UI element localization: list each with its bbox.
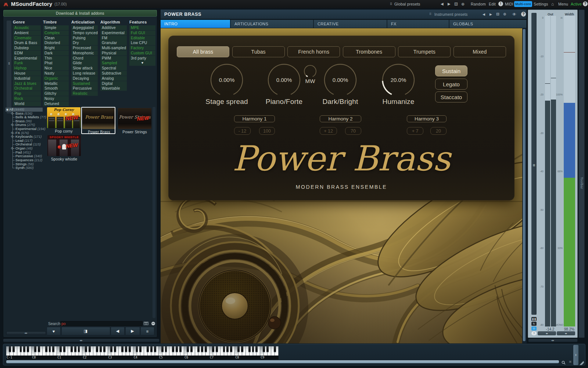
main-vertical-scrollbar[interactable] bbox=[522, 28, 527, 343]
knob-mw[interactable] bbox=[303, 64, 318, 79]
black-key[interactable] bbox=[71, 346, 73, 352]
filter-item[interactable]: Simple bbox=[43, 25, 69, 30]
multicore-button[interactable]: Multi-core bbox=[514, 1, 532, 7]
tree-expand-icon[interactable]: ◇ bbox=[11, 112, 13, 116]
filter-item[interactable]: Pulsing bbox=[71, 36, 98, 40]
filter-item[interactable]: Jazz & blues bbox=[13, 81, 41, 86]
filter-item[interactable]: MPE bbox=[129, 25, 155, 30]
filter-item[interactable]: Drum & Bass bbox=[13, 40, 41, 45]
filter-item[interactable]: Monophonic bbox=[71, 51, 98, 55]
filter-item[interactable]: Slow attack bbox=[71, 66, 98, 71]
black-key[interactable] bbox=[274, 346, 276, 352]
filter-item[interactable]: Pop bbox=[13, 91, 41, 96]
filter-item[interactable]: Nice bbox=[43, 66, 69, 71]
black-key[interactable] bbox=[100, 346, 102, 352]
filter-item[interactable]: Custom GUI bbox=[129, 51, 155, 55]
filter-item[interactable]: Complex bbox=[43, 30, 69, 35]
global-presets-button[interactable]: Global presets bbox=[394, 0, 420, 8]
filter-item[interactable]: Dry bbox=[71, 40, 98, 45]
black-key[interactable] bbox=[230, 346, 232, 352]
instrument-presets-button[interactable]: Instrument presets bbox=[434, 10, 468, 19]
black-key[interactable] bbox=[78, 346, 80, 352]
filter-item[interactable]: Arpeggiated bbox=[71, 25, 98, 30]
black-key[interactable] bbox=[237, 346, 240, 352]
filter-item[interactable]: Funk bbox=[13, 61, 41, 65]
inst-help-icon[interactable]: ? bbox=[521, 12, 526, 17]
section-button-trombones[interactable]: Trombones bbox=[343, 46, 395, 57]
black-key[interactable] bbox=[12, 346, 15, 352]
filter-item[interactable]: Realistic bbox=[71, 91, 98, 96]
inst-next-icon[interactable]: ▶ bbox=[490, 10, 492, 19]
keyboard-zoom-icon[interactable] bbox=[562, 361, 566, 365]
filter-item[interactable]: Physical bbox=[100, 51, 127, 55]
black-key[interactable] bbox=[52, 346, 54, 352]
section-button-all-brass[interactable]: All brass bbox=[177, 46, 229, 57]
black-key[interactable] bbox=[129, 346, 131, 352]
filter-item[interactable]: Digital bbox=[100, 81, 127, 86]
knob-stage-spread[interactable]: 0.00% bbox=[209, 63, 244, 97]
black-key[interactable] bbox=[165, 346, 167, 352]
black-key[interactable] bbox=[147, 346, 149, 352]
onscreen-keyboard-icon[interactable] bbox=[144, 322, 148, 325]
filter-scrollbar[interactable]: ⇕ bbox=[7, 21, 11, 113]
tree-item[interactable]: Orchestral (115) bbox=[6, 142, 47, 147]
black-key[interactable] bbox=[226, 346, 229, 352]
search-input[interactable] bbox=[60, 321, 143, 326]
previous-preset-button[interactable]: ◀ bbox=[111, 327, 125, 335]
black-key[interactable] bbox=[38, 346, 40, 352]
filter-item[interactable]: Additive bbox=[100, 25, 127, 30]
filter-item[interactable]: Distorted bbox=[43, 40, 69, 45]
filter-item[interactable]: FM bbox=[100, 36, 127, 40]
filter-item[interactable]: Dubstep bbox=[13, 46, 41, 50]
filter-item[interactable]: Percussive bbox=[71, 86, 98, 91]
black-key[interactable] bbox=[121, 346, 123, 352]
filter-item[interactable]: Organic bbox=[43, 76, 69, 81]
tree-item[interactable]: Experimental (194) bbox=[6, 127, 47, 131]
piano-keyboard[interactable] bbox=[6, 346, 279, 356]
section-button-mixed[interactable]: Mixed bbox=[453, 46, 506, 57]
preset-grid-scrollbar[interactable] bbox=[153, 107, 155, 318]
black-key[interactable] bbox=[216, 346, 218, 352]
midi-button[interactable]: MIDI bbox=[505, 0, 513, 8]
tree-expand-icon[interactable]: ◇ bbox=[11, 147, 13, 151]
black-key[interactable] bbox=[255, 346, 258, 352]
filter-item[interactable]: Hiphop bbox=[13, 66, 41, 71]
section-button-trumpets[interactable]: Trumpets bbox=[398, 46, 451, 57]
filter-item[interactable]: Nasty bbox=[43, 71, 69, 76]
black-key[interactable] bbox=[114, 346, 116, 352]
tree-item[interactable]: Bells & Mallets (77) bbox=[6, 115, 47, 119]
black-key[interactable] bbox=[63, 346, 65, 352]
tab-articulations[interactable]: ARTICULATIONS bbox=[231, 20, 313, 28]
harmony-amount-value[interactable]: 70 bbox=[345, 127, 361, 135]
black-key[interactable] bbox=[103, 346, 105, 352]
download-install-addons-button[interactable]: Download & Install addons bbox=[3, 10, 157, 17]
help-icon[interactable]: ? bbox=[583, 1, 588, 7]
keyboard-scrollbar[interactable] bbox=[6, 360, 559, 363]
black-key[interactable] bbox=[23, 346, 25, 352]
out-meter-handle[interactable]: ◂▸ bbox=[538, 331, 556, 335]
harmony-interval-value[interactable]: - 12 bbox=[234, 127, 251, 135]
black-key[interactable] bbox=[34, 346, 36, 352]
filter-item[interactable]: Tempo synced bbox=[71, 30, 98, 35]
articulation-staccato[interactable]: Staccato bbox=[435, 91, 467, 102]
black-key[interactable] bbox=[190, 346, 193, 352]
harmony-button[interactable]: Harmony 3 bbox=[407, 115, 447, 122]
black-key[interactable] bbox=[125, 346, 127, 352]
black-key[interactable] bbox=[266, 346, 269, 352]
random-preset-icon[interactable]: ⚄ bbox=[454, 0, 458, 8]
black-key[interactable] bbox=[96, 346, 98, 352]
preset-tile-power-strings[interactable]: Power StringsPower StringsNEW bbox=[118, 108, 151, 134]
filter-item[interactable]: Dark bbox=[43, 51, 69, 55]
home-icon[interactable]: ⌂ bbox=[551, 0, 554, 8]
section-button-french-horns[interactable]: French horns bbox=[287, 46, 340, 57]
keyboard-vscrollbar[interactable]: ⇕ bbox=[573, 345, 578, 365]
preset-tile-power-brass[interactable]: Power BrassPower Brass bbox=[82, 108, 116, 134]
harmony-button[interactable]: Harmony 2 bbox=[320, 115, 361, 122]
filter-item[interactable]: Phat bbox=[43, 61, 69, 65]
filter-item[interactable]: Metallic bbox=[43, 81, 69, 86]
meter-pause-icon[interactable]: ❚❚ bbox=[531, 317, 537, 321]
filter-item[interactable]: Wavetable bbox=[100, 86, 127, 91]
section-button-tubas[interactable]: Tubas bbox=[232, 46, 285, 57]
tree-expand-icon[interactable]: ◇ bbox=[11, 135, 13, 139]
filter-item[interactable]: Glitchy bbox=[43, 91, 69, 96]
